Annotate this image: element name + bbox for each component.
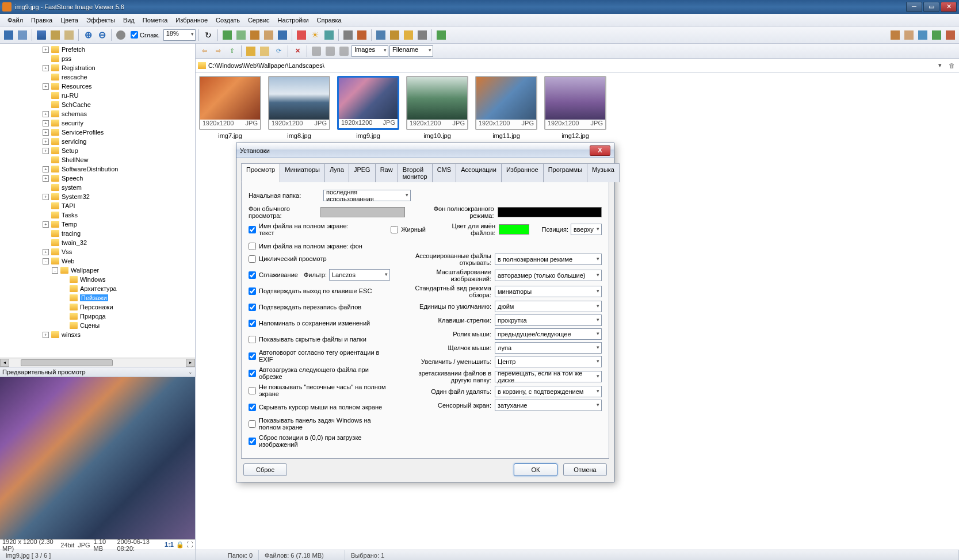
option-combo[interactable]: лупа [495,342,602,354]
smooth-dlg-checkbox[interactable]: Сглаживание [249,271,298,279]
start-folder-label: Начальная папка: [249,192,323,199]
tab-CMS[interactable]: CMS [432,163,456,182]
bg-normal-color[interactable] [320,207,405,217]
position-combo[interactable]: вверху [571,224,602,235]
option-combo[interactable]: перемещать, если на том же диске [495,371,602,382]
option-label: Стандартный вид режима обзора: [402,285,495,298]
option-checkbox[interactable]: Автоповорот согласно тегу ориентации в E… [249,349,390,363]
option-checkbox[interactable]: Сброс позиции в (0,0) при загрузке изобр… [249,434,390,448]
ok-button[interactable]: ОК [514,463,557,476]
dialog-titlebar[interactable]: Установки X [236,143,614,158]
option-label: Клавиши-стрелки: [402,317,495,324]
tab-Ассоциации[interactable]: Ассоциации [456,163,502,182]
dialog-close-button[interactable]: X [590,145,610,156]
option-combo[interactable]: в полноэкранном режиме [495,254,602,265]
option-checkbox[interactable]: Подтверждать перезапись файлов [249,304,361,311]
bg-full-color[interactable] [498,207,602,217]
option-label: Щелчок мыши: [402,344,495,351]
option-label: Увеличить / уменьшить: [402,358,495,365]
option-combo[interactable]: затухание [495,400,602,411]
option-checkbox[interactable]: Показывать панель задач Windows на полно… [249,417,390,431]
option-combo[interactable]: авторазмер (только большие) [495,270,602,281]
reset-button[interactable]: Сброс [243,463,287,476]
option-combo[interactable]: миниатюры [495,286,602,297]
option-combo[interactable]: дюйм [495,301,602,312]
tab-Второй монитор[interactable]: Второй монитор [398,163,433,182]
tab-Миниатюры[interactable]: Миниатюры [280,163,325,182]
bg-normal-label: Фон обычного просмотра: [249,205,320,219]
option-label: Сенсорный экран: [402,402,495,409]
start-folder-combo[interactable]: последняя использованная [323,190,411,201]
dialog-title: Установки [240,147,270,154]
option-checkbox[interactable]: Скрывать курсор мыши на полном экране [249,404,382,411]
option-label: Единицы по умолчанию: [402,303,495,310]
dialog-overlay: Установки X ПросмотрМиниатюрыЛупаJPEGRaw… [0,0,959,560]
tab-Программы[interactable]: Программы [543,163,587,182]
tab-Raw[interactable]: Raw [375,163,398,182]
option-checkbox[interactable]: Подтверждать выход по клавише ESC [249,287,372,295]
filter-label: Фильтр: [304,271,327,278]
name-text-checkbox[interactable]: Имя файла на полном экране: текст [249,223,354,236]
option-label: Ролик мыши: [402,331,495,337]
option-combo[interactable]: прокрутка [495,314,602,326]
tab-Лупа[interactable]: Лупа [324,163,349,182]
option-label: Масштабирование изображений: [402,269,495,282]
position-label: Позиция: [541,226,568,233]
tab-JPEG[interactable]: JPEG [349,163,376,182]
tab-Избранное[interactable]: Избранное [501,163,544,182]
filter-combo[interactable]: Lanczos [329,269,390,281]
bold-checkbox[interactable]: Жирный [391,226,426,233]
dialog-tabstrip: ПросмотрМиниатюрыЛупаJPEGRawВторой монит… [241,163,609,182]
name-bg-checkbox[interactable]: Имя файла на полном экране: фон [249,243,362,250]
tab-content-view: Начальная папка: последняя использованна… [241,182,609,459]
cancel-button[interactable]: Отмена [563,463,607,476]
tab-Просмотр[interactable]: Просмотр [241,163,280,182]
option-combo[interactable]: Центр [495,356,602,367]
bg-full-label: Фон полноэкранного режима: [416,205,497,219]
option-label: Ассоциированные файлы открывать: [402,252,495,266]
option-checkbox[interactable]: Показывать скрытые файлы и папки [249,336,366,343]
option-label: Один файл удалять: [402,388,495,395]
cyclic-checkbox[interactable]: Циклический просмотр [249,255,327,263]
option-checkbox[interactable]: Автозагрузка следующего файла при обрезк… [249,366,390,380]
settings-dialog: Установки X ПросмотрМиниатюрыЛупаJPEGRaw… [236,143,614,482]
name-color-swatch[interactable] [499,224,529,235]
name-color-label: Цвет для имён файлов: [441,223,499,236]
option-combo[interactable]: в корзину, с подтверждением [495,386,602,397]
option-combo[interactable]: предыдущее/следующее [495,328,602,340]
option-label: зретаскивании файлов в другую папку: [402,370,495,383]
tab-Музыка[interactable]: Музыка [587,163,620,182]
option-checkbox[interactable]: Напоминать о сохранении изменений [249,320,370,327]
option-checkbox[interactable]: Не показывать "песочные часы" на полном … [249,383,390,397]
